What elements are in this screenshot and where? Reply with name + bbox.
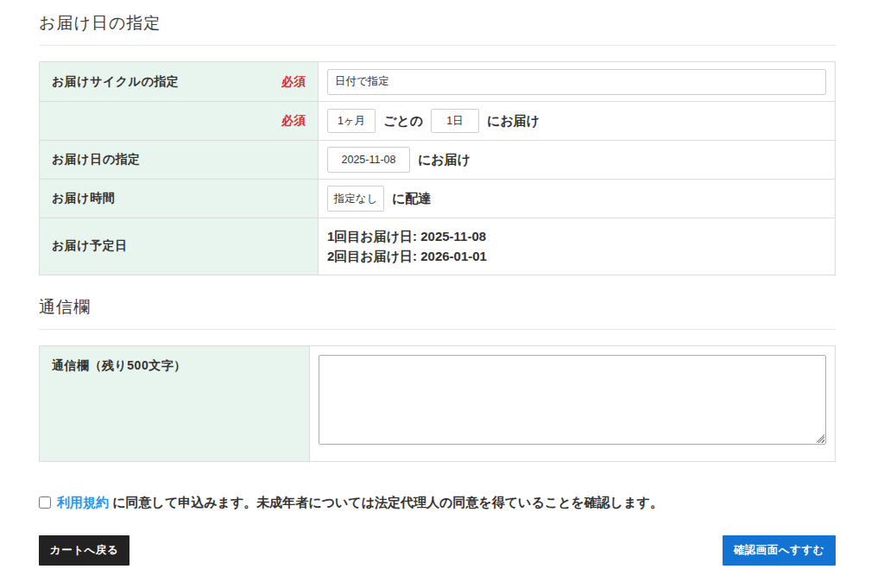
table-row-delivery-time: お届け時間 に配達 [40, 180, 836, 218]
schedule-line-2: 2回目お届け日: 2026-01-01 [327, 246, 826, 266]
footer-buttons: カートへ戻る 確認画面へすすむ [39, 535, 836, 566]
cycle-label-cell: お届けサイクルの指定 必須 [40, 62, 319, 102]
back-to-cart-button[interactable]: カートへ戻る [39, 535, 129, 566]
delivery-day-input[interactable] [431, 109, 479, 133]
table-row-message: 通信欄（残り500文字） [40, 345, 836, 461]
delivery-settings-table: お届けサイクルの指定 必須 必須 ごとの にお届け [39, 61, 836, 275]
table-row-schedule: お届け予定日 1回目お届け日: 2025-11-08 2回目お届け日: 2026… [40, 218, 836, 275]
message-textarea[interactable] [319, 355, 826, 445]
schedule-label: お届け予定日 [52, 238, 128, 254]
time-suffix-text: に配達 [392, 191, 431, 207]
interval-input[interactable] [327, 109, 376, 133]
delivery-section-title: お届け日の指定 [39, 12, 836, 35]
message-section-title: 通信欄 [39, 296, 836, 319]
date-label-cell: お届け日の指定 [40, 141, 319, 180]
message-label: 通信欄（残り500文字） [52, 358, 186, 374]
table-row-cycle-detail: 必須 ごとの にお届け [40, 102, 836, 141]
cycle-detail-label-cell: 必須 [40, 102, 319, 141]
delivery-section-divider [39, 45, 836, 46]
proceed-to-confirm-button[interactable]: 確認画面へすすむ [723, 535, 836, 566]
time-value-cell: に配達 [319, 180, 836, 218]
message-section-divider [39, 329, 836, 330]
message-label-cell: 通信欄（残り500文字） [40, 345, 310, 461]
required-badge: 必須 [281, 113, 306, 129]
schedule-label-cell: お届け予定日 [40, 218, 319, 275]
agreement-text: に同意して申込みます。未成年者については法定代理人の同意を得ていることを確認しま… [112, 495, 663, 509]
time-label-cell: お届け時間 [40, 180, 319, 218]
message-table: 通信欄（残り500文字） [39, 345, 836, 462]
terms-link[interactable]: 利用規約 [57, 495, 109, 509]
terms-agreement-checkbox[interactable] [39, 496, 51, 509]
delivery-date-input[interactable] [327, 147, 410, 173]
table-row-cycle: お届けサイクルの指定 必須 [40, 62, 836, 102]
cycle-detail-value-cell: ごとの にお届け [319, 102, 836, 141]
interval-suffix-text: にお届け [487, 113, 540, 130]
schedule-value-cell: 1回目お届け日: 2025-11-08 2回目お届け日: 2026-01-01 [319, 218, 836, 275]
interval-between-text: ごとの [383, 113, 423, 130]
required-badge: 必須 [281, 74, 306, 90]
schedule-line-1: 1回目お届け日: 2025-11-08 [327, 226, 826, 246]
cycle-type-input[interactable] [327, 69, 826, 95]
time-label: お届け時間 [52, 191, 115, 206]
date-value-cell: にお届け [319, 141, 836, 180]
date-label: お届け日の指定 [52, 152, 140, 168]
table-row-delivery-date: お届け日の指定 にお届け [40, 141, 836, 180]
cycle-label: お届けサイクルの指定 [52, 74, 179, 90]
delivery-time-input[interactable] [327, 186, 384, 212]
checkout-form: お届け日の指定 お届けサイクルの指定 必須 必須 [39, 0, 836, 566]
message-value-cell [310, 345, 836, 461]
date-suffix-text: にお届け [418, 152, 470, 168]
agreement-row: 利用規約 に同意して申込みます。未成年者については法定代理人の同意を得ていること… [39, 495, 836, 511]
cycle-value-cell [319, 62, 836, 102]
